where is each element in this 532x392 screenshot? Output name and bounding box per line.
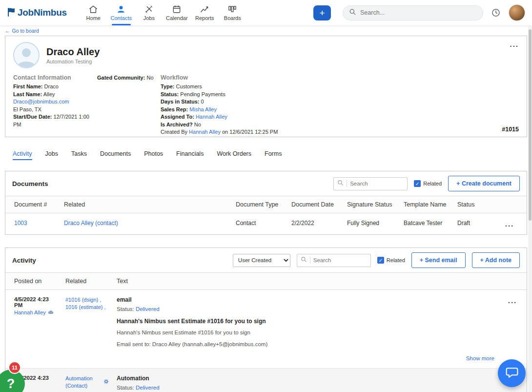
document-status: Draft	[453, 213, 492, 235]
scrollbar-track[interactable]	[528, 26, 532, 392]
search-icon	[301, 256, 307, 264]
activity-related-links[interactable]: #1016 (dsign) , 1016 (estimate) ,	[65, 297, 106, 310]
documents-search-input[interactable]	[350, 181, 404, 186]
boards-icon	[227, 4, 237, 14]
document-related-link[interactable]: Draco Alley (contact)	[64, 220, 118, 227]
contact-more-icon[interactable]: ...	[510, 40, 519, 48]
workflow-is-archived: Is Archived? No	[161, 121, 519, 129]
activity-table: Posted on Related Text 4/5/2022 4:23 PM …	[5, 272, 527, 392]
top-nav: JobNimbus Home Contacts Jobs Calendar Re…	[0, 0, 532, 25]
home-icon	[88, 4, 98, 14]
activity-related-links[interactable]: Automation (Contact)	[65, 375, 102, 390]
activity-search[interactable]	[297, 254, 371, 267]
add-note-button[interactable]: + Add note	[472, 252, 520, 268]
col-status: Status	[453, 196, 492, 213]
tab-financials[interactable]: Financials	[176, 150, 204, 160]
contact-info-section: Contact Information First Name: Draco La…	[13, 74, 97, 128]
add-button[interactable]: +	[313, 5, 331, 21]
nav-label: Reports	[195, 15, 214, 21]
col-document-type: Document Type	[232, 196, 287, 213]
sales-rep-link[interactable]: Misha Alley	[189, 106, 217, 112]
contact-email-link[interactable]: Draco@jobnimbus.com	[13, 99, 69, 104]
tab-activity[interactable]: Activity	[13, 150, 32, 160]
back-arrow-icon: ←	[5, 28, 10, 34]
activity-subject: Hannah's Nimbus sent Estimate #1016 for …	[117, 318, 494, 325]
related-checkbox[interactable]: ✓	[377, 257, 384, 264]
user-avatar[interactable]	[509, 4, 525, 21]
create-document-button[interactable]: + Create document	[448, 176, 520, 191]
nav-label: Home	[86, 15, 101, 21]
col-posted-on: Posted on	[5, 273, 61, 290]
contacts-icon	[116, 4, 126, 14]
activity-body: Hannah's Nimbus sent Estimate #1016 for …	[117, 329, 494, 336]
cloud-icon	[48, 309, 54, 315]
gated-community-field: Gated Community: No	[97, 74, 161, 82]
contact-info-heading: Contact Information	[13, 74, 97, 81]
jobnimbus-logo[interactable]: JobNimbus	[7, 7, 67, 19]
tab-tasks[interactable]: Tasks	[71, 150, 87, 160]
tab-jobs[interactable]: Jobs	[45, 150, 58, 160]
nav-label: Contacts	[111, 15, 132, 21]
assigned-to-link[interactable]: Hannah Alley	[196, 114, 227, 120]
go-to-board-label: Go to board	[12, 28, 39, 34]
nav-item-calendar[interactable]: Calendar	[163, 0, 191, 25]
activity-author-link[interactable]: Hannah Alley	[14, 309, 46, 315]
nav-item-reports[interactable]: Reports	[191, 0, 219, 25]
nav-item-jobs[interactable]: Jobs	[135, 0, 163, 25]
document-number-link[interactable]: 1003	[14, 220, 27, 227]
activity-related-filter[interactable]: ✓ Related	[377, 257, 405, 264]
workflow-section: Workflow Type: Customers Status: Pending…	[161, 74, 519, 136]
tab-photos[interactable]: Photos	[144, 150, 163, 160]
jobs-icon	[144, 4, 154, 14]
search-icon	[349, 8, 356, 17]
status-delivered-link[interactable]: Delivered	[136, 385, 160, 391]
documents-search[interactable]	[333, 177, 408, 190]
nav-item-contacts[interactable]: Contacts	[107, 0, 135, 25]
nav-item-boards[interactable]: Boards	[219, 0, 246, 25]
document-type: Contact	[232, 213, 287, 235]
chat-button[interactable]	[498, 359, 526, 387]
start-due-field: Start/Due Date: 12/7/2021 1:00 PM	[13, 113, 97, 128]
history-icon[interactable]	[491, 8, 501, 18]
tab-forms[interactable]: Forms	[265, 150, 282, 160]
status-delivered-link[interactable]: Delivered	[136, 306, 160, 312]
calendar-icon	[172, 4, 182, 14]
contact-avatar	[13, 42, 40, 68]
brand-name: JobNimbus	[18, 7, 67, 18]
activity-posted-date: 4/5/2022 4:23 PM	[14, 296, 58, 308]
workflow-assigned-to: Assigned To: Hannah Alley	[161, 113, 519, 121]
created-by-link[interactable]: Hannah Alley	[189, 129, 221, 135]
activity-search-input[interactable]	[313, 257, 367, 263]
col-related: Related	[61, 273, 113, 290]
nav-item-home[interactable]: Home	[80, 0, 107, 25]
go-to-board-link[interactable]: ← Go to board	[0, 25, 44, 35]
search-divider	[347, 180, 347, 187]
activity-more-icon[interactable]: ...	[508, 296, 517, 305]
col-document-num: Document #	[5, 196, 60, 213]
send-email-button[interactable]: + Send email	[411, 252, 466, 268]
related-checkbox[interactable]: ✓	[414, 180, 421, 187]
activity-type: Automation	[117, 375, 494, 382]
documents-panel: Documents ✓ Related + Create document Do…	[5, 171, 527, 235]
activity-status: Status: Delivered	[117, 384, 494, 392]
chat-bubble-icon	[505, 366, 519, 381]
first-name-field: First Name: Draco	[13, 83, 97, 91]
global-search[interactable]	[343, 5, 483, 21]
scrollbar-thumb[interactable]	[529, 29, 532, 221]
col-text: Text	[113, 273, 498, 290]
contact-subtitle: Automation Testing	[46, 59, 100, 64]
col-template-name: Template Name	[400, 196, 453, 213]
workflow-type: Type: Customers	[161, 83, 519, 91]
contact-name: Draco Alley	[46, 46, 100, 58]
documents-related-filter[interactable]: ✓ Related	[414, 180, 442, 187]
col-signature-status: Signature Status	[343, 196, 400, 213]
global-search-input[interactable]	[360, 9, 477, 16]
document-more-icon[interactable]: ...	[505, 220, 514, 228]
document-template-name: Batcave Tester	[400, 213, 453, 235]
activity-filter-select[interactable]: User Created	[233, 254, 290, 267]
show-more-link[interactable]: Show more	[466, 355, 494, 361]
col-actions	[492, 196, 527, 213]
gear-icon	[103, 379, 109, 386]
tab-work-orders[interactable]: Work Orders	[217, 150, 251, 160]
tab-documents[interactable]: Documents	[100, 150, 131, 160]
